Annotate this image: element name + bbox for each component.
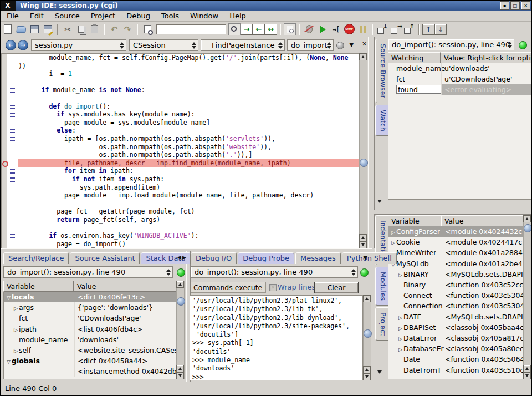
- modules-strip-scroll-icon[interactable]: [377, 370, 382, 374]
- console-scrollbar-up-icon[interactable]: [363, 295, 371, 302]
- editor-scrollbar-down-icon[interactable]: [359, 241, 367, 248]
- stack-row-locals[interactable]: ▽locals<dict 0x406fe13c>: [4, 292, 176, 302]
- breakpoint-icon[interactable]: [2, 161, 8, 167]
- modules-row-Cookie[interactable]: ▷Cookie<module 0x4024417c>: [388, 237, 523, 247]
- debug-toggle-icon[interactable]: [303, 23, 316, 36]
- right-panel-splitter[interactable]: [374, 210, 531, 215]
- stack-row-fct[interactable]: fct'CDownloadsPage': [4, 313, 176, 323]
- history-forward-icon[interactable]: →: [18, 40, 28, 50]
- stack-scrollbar-thumb[interactable]: [177, 297, 185, 306]
- modules-tab-project[interactable]: Project: [375, 307, 388, 341]
- save-icon[interactable]: [28, 23, 41, 36]
- minimize-button[interactable]: ▪: [500, 1, 509, 10]
- goto-next-icon[interactable]: [241, 24, 253, 35]
- editor-menu-arrow-icon[interactable]: ▼: [349, 41, 354, 48]
- stack-tab-search-replace[interactable]: Search/Replace: [3, 252, 69, 264]
- wrap-lines-checkbox[interactable]: ✕: [269, 284, 277, 291]
- probe-tab-debug-probe[interactable]: Debug Probe: [238, 252, 294, 264]
- watch-tab-source-browser[interactable]: Source Browser: [375, 39, 388, 103]
- run-to-cursor-icon[interactable]: [402, 23, 416, 36]
- frame-up-icon[interactable]: [422, 24, 434, 35]
- modules-row-Connect[interactable]: Connect<function 0x403c5304>: [388, 290, 523, 301]
- redo-icon[interactable]: [121, 23, 134, 36]
- console-scrollbar-up2-icon[interactable]: [363, 366, 371, 373]
- toolbar-search-input[interactable]: [156, 24, 226, 34]
- wrap-lines-label[interactable]: Wrap lines: [278, 282, 315, 293]
- watch-row-module_name[interactable]: module_nameu'downloads': [388, 63, 531, 74]
- console-scrollbar-thumb[interactable]: [364, 329, 372, 338]
- stack-frame-dropdown[interactable]: do_import(): session.py, line 490: [3, 266, 173, 278]
- code-editor[interactable]: module_name, fct = self.fConfig.PageMap(…: [1, 53, 359, 248]
- undo-icon[interactable]: [108, 23, 121, 36]
- save-as-icon[interactable]: [41, 23, 54, 36]
- editor-scrollbar-track[interactable]: [359, 53, 367, 248]
- copy-icon[interactable]: [74, 23, 88, 36]
- stack-scrollbar-down-icon[interactable]: [176, 372, 184, 379]
- editor-dropdown-4[interactable]: do_import: [287, 39, 334, 51]
- run-icon[interactable]: [316, 23, 329, 36]
- buffer-sphere-icon[interactable]: [336, 42, 344, 49]
- search-in-files-icon[interactable]: [141, 23, 154, 36]
- goto-previous-icon[interactable]: [253, 24, 265, 35]
- stack-row-self[interactable]: ▷self<website.site_session.CASession: [4, 345, 176, 356]
- probe-tab-messages[interactable]: Messages: [295, 252, 341, 264]
- modules-scrollbar-up2-icon[interactable]: [523, 365, 531, 372]
- menu-file[interactable]: File: [1, 11, 24, 21]
- menu-debug[interactable]: Debug: [121, 11, 156, 21]
- menu-window[interactable]: Window: [185, 11, 224, 21]
- stack-row-ipath[interactable]: ▷ipath<list 0x406fdb4c>: [4, 324, 176, 334]
- modules-scrollbar-track[interactable]: [523, 215, 531, 379]
- editor-scrollbar-up-icon[interactable]: [359, 53, 367, 60]
- paste-icon[interactable]: [88, 23, 101, 36]
- console-scrollbar-down-icon[interactable]: [363, 373, 371, 380]
- close-button[interactable]: ✕: [521, 1, 530, 10]
- modules-row-MySQLdb[interactable]: ▽MySQLdb<module 0x401a2be4>: [388, 258, 523, 269]
- close-editor-icon[interactable]: ✕: [362, 40, 367, 48]
- fold-marker-icon[interactable]: [10, 105, 15, 109]
- probe-menu-arrow-icon[interactable]: ▼: [363, 254, 367, 261]
- clear-history-button[interactable]: Clear History: [314, 282, 359, 293]
- stack-scrollbar-up2-icon[interactable]: [176, 365, 184, 372]
- watch-row-fct[interactable]: fctu'CDownloadsPage': [388, 74, 531, 84]
- modules-row-DBAPISet[interactable]: ▷DBAPISet<classobj 0x405baa4c>: [388, 322, 523, 333]
- probe-tab-python-shell[interactable]: Python Shell: [342, 252, 397, 264]
- stack-row-module_name[interactable]: module_name'downloads': [4, 334, 176, 345]
- menu-tools[interactable]: Tools: [156, 11, 185, 21]
- stack-row-args[interactable]: ▷args{'page': 'downloads'}: [4, 302, 176, 313]
- tabs-scroll-right-icon[interactable]: ▶: [182, 255, 186, 260]
- goto-both-icon[interactable]: [265, 24, 277, 35]
- modules-row-ConfigParser[interactable]: ▷ConfigParser<module 0x4024432c>: [388, 226, 523, 237]
- title-bar[interactable]: X Wing IDE: session.py (cgi) ▪ □ ✕: [0, 1, 532, 11]
- new-file-icon[interactable]: [1, 23, 14, 36]
- probe-frame-dropdown[interactable]: do_import(): session.py, line 490: [191, 266, 358, 278]
- modules-row-Date[interactable]: Date<function 0x403c5064>: [388, 354, 523, 364]
- fold-marker-icon[interactable]: [10, 113, 15, 117]
- watch-tab-watch[interactable]: Watch: [375, 105, 388, 136]
- stack-tab-source-assistant[interactable]: Source Assistant: [70, 252, 140, 264]
- modules-scrollbar-down-icon[interactable]: [523, 372, 531, 379]
- stack-scrollbar-up-icon[interactable]: [176, 281, 184, 288]
- modules-row-BINARY[interactable]: ▷BINARY<MySQLdb.sets.DBAPIS: [388, 269, 523, 280]
- history-back-icon[interactable]: ←: [6, 40, 16, 50]
- watch-frame-dropdown[interactable]: do_import(): session.py, line 490: [388, 39, 514, 50]
- modules-row-DateFromT[interactable]: DateFromT<function 0x403c510c>: [388, 365, 523, 375]
- fold-marker-icon[interactable]: [10, 137, 15, 141]
- open-file-icon[interactable]: [14, 23, 28, 36]
- fold-marker-icon[interactable]: [10, 88, 15, 93]
- tabs-scroll-left-icon[interactable]: ◀: [177, 255, 181, 260]
- modules-row-MimeWriter[interactable]: ▷MimeWriter<module 0x401a2884>: [388, 247, 523, 258]
- modules-tab-modules[interactable]: Modules: [375, 267, 388, 306]
- editor-scrollbar-up2-icon[interactable]: [359, 234, 367, 241]
- step-out-icon[interactable]: [389, 23, 402, 36]
- watch-entry-editbox[interactable]: found: [396, 85, 443, 94]
- menu-project[interactable]: Project: [85, 11, 121, 21]
- editor-right-splitter[interactable]: [368, 37, 375, 248]
- editor-dropdown-2[interactable]: CSession: [129, 39, 198, 51]
- step-into-icon[interactable]: [329, 23, 342, 36]
- modules-row-DataError[interactable]: ▷DataError<classobj 0x405a817c>: [388, 333, 523, 343]
- cut-icon[interactable]: [61, 23, 74, 36]
- find-icon[interactable]: [228, 23, 241, 35]
- editor-dropdown-3[interactable]: __FindPageInstance: [201, 39, 285, 51]
- menu-source[interactable]: Source: [49, 11, 85, 21]
- modules-row-Binary[interactable]: Binary<function 0x403c52cc>: [388, 280, 523, 290]
